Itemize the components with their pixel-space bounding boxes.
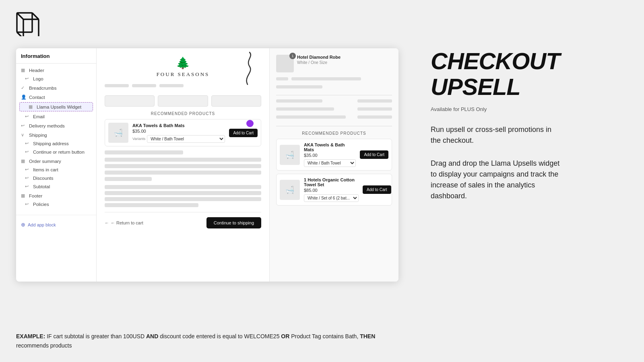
sidebar-title: Information [16,53,96,64]
sidebar-item-subtotal[interactable]: ↩ Subtotal [16,182,96,191]
widget-icon: ▦ [29,104,34,109]
check-icon: ✓ [21,85,27,90]
sidebar-item-header[interactable]: ▦ Header [16,66,96,74]
cart-item-details-1: Hotel Diamond Robe White / One Size [297,55,389,65]
drag-drop-text: Drag and drop the Llama Upsells widget t… [431,158,568,202]
email-icon: ↩ [25,114,31,119]
add-to-cart-button-right-1[interactable]: Add to Cart [360,150,388,159]
items-icon: ↩ [25,167,31,172]
user-icon: 👤 [21,95,27,100]
product-img-1: 🛁 [108,123,128,143]
product-card-1: 🛁 AKA Towels & Bath Mats $35.00 Variants… [105,119,261,146]
skeleton-row-2 [105,158,261,162]
chevron-down-icon: ∨ [21,132,27,138]
add-to-cart-button-1[interactable]: Add to Cart [229,129,258,137]
discounts-icon: ↩ [25,175,31,181]
company-logo [16,12,40,38]
sidebar-group-shipping: ∨ Shipping ↩ Shipping address ↩ Continue… [16,131,96,156]
form-field-1[interactable] [105,95,155,107]
cart-item-name-1: Hotel Diamond Robe [297,55,389,60]
logo-icon: ↩ [25,76,31,81]
sidebar-item-order-summary[interactable]: ▦ Order summary [16,157,96,165]
arrow-left-icon: ← [105,220,109,225]
recommended-title-right: RECOMMENDED PRODUCTS [276,131,392,136]
sidebar-item-footer[interactable]: ▦ Footer [16,191,96,200]
summary-val-2 [357,107,392,111]
cart-item-badge-1: 1 [289,53,296,59]
variant-select-1[interactable]: White / Bath Towel [147,135,225,143]
form-row-1 [105,95,261,107]
breadcrumb-skeleton-1 [105,84,129,87]
breadcrumb-skeleton-2 [132,84,156,87]
product-card-right-1: 🛁 AKA Towels & Bath Mats $35.00 White / … [276,139,392,171]
product-info-1: AKA Towels & Bath Mats $35.00 Variants W… [132,123,225,143]
skeleton-row-1 [105,150,183,154]
sidebar-group-header: ▦ Header ↩ Logo [16,66,96,83]
product-card-right-2: 🛁 1 Hotels Organic Cotton Towel Set $85.… [276,174,392,206]
cart-item-variant-1: White / One Size [297,60,389,65]
example-label: EXAMPLE: [16,333,45,339]
continue-to-shipping-button[interactable]: Continue to shipping [206,217,261,228]
example-text-1: IF cart subtotal is greater than 100USD [47,333,146,339]
sidebar-group-order: ▦ Order summary ↩ Items in cart ↩ Discou… [16,157,96,191]
checkout-upsell-title: CHECKOUT UPSELL [431,48,612,100]
product-img-right-2: 🛁 [280,180,300,200]
add-app-block-button[interactable]: ⊕ Add app block [16,218,96,231]
variant-select-right-1[interactable]: White / Bath Towel [304,159,356,167]
skeleton-row-7 [105,191,261,195]
skeleton-row-9 [105,203,198,207]
summary-val-3 [357,115,392,119]
sidebar-item-logo[interactable]: ↩ Logo [16,74,96,83]
sidebar-item-discounts[interactable]: ↩ Discounts [16,174,96,182]
cart-item-row-1: 1 Hotel Diamond Robe White / One Size [276,55,392,72]
sidebar-item-shipping-address[interactable]: ↩ Shipping address [16,139,96,148]
cart-skeleton-area [276,77,392,91]
svg-rect-1 [23,19,39,36]
add-to-cart-button-right-2[interactable]: Add to Cart [363,185,391,194]
info-panel: CHECKOUT UPSELL Available for PLUS Only … [415,8,628,218]
product-variant-row-1: Variants White / Bath Towel [132,135,225,143]
product-name-1: AKA Towels & Bath Mats [132,123,225,128]
then-operator: THEN [360,333,375,339]
grid-icon: ▦ [21,68,27,73]
skeleton-row-6 [105,185,261,189]
form-field-2[interactable] [158,95,208,107]
return-to-cart-link[interactable]: ← ← Return to cart [105,220,143,225]
description-text: Run upsell or cross-sell promotions in t… [431,124,559,146]
product-price-right-1: $35.00 [304,153,356,158]
product-info-right-2: 1 Hotels Organic Cotton Towel Set $85.00… [304,177,359,202]
continue-icon: ↩ [25,149,31,154]
sidebar-item-shipping[interactable]: ∨ Shipping [16,131,96,139]
summary-val-1 [357,99,392,103]
sidebar-item-email[interactable]: ↩ Email [16,112,96,121]
and-operator: AND [146,333,158,339]
plus-badge: Available for PLUS Only [431,106,612,112]
squiggle-decoration [225,48,258,90]
or-operator: OR [281,333,289,339]
sidebar-item-contact[interactable]: 👤 Contact [16,93,96,101]
summary-label-1 [276,99,322,103]
checkout-bottom-buttons: ← ← Return to cart Continue to shipping [105,212,261,228]
purple-dot-indicator-1 [246,120,254,127]
sidebar-item-continue-return[interactable]: ↩ Continue or return button [16,148,96,156]
footer-icon: ▦ [21,193,27,198]
summary-label-2 [276,107,334,111]
product-name-right-2: 1 Hotels Organic Cotton Towel Set [304,177,359,187]
skeleton-row-4 [105,171,261,175]
subtotal-icon: ↩ [25,184,31,189]
sidebar-item-policies[interactable]: ↩ Policies [16,200,96,208]
cart-summary-skeletons [276,99,392,121]
form-field-3[interactable] [211,95,261,107]
product-info-right-1: AKA Towels & Bath Mats $35.00 White / Ba… [304,142,356,167]
sidebar-item-llama-widget[interactable]: ▦ Llama Upsells Widget [19,102,93,111]
sidebar-item-items-cart[interactable]: ↩ Items in cart [16,165,96,174]
breadcrumb-skeleton-3 [159,84,184,87]
sidebar-group-contact: 👤 Contact ▦ Llama Upsells Widget ↩ Email [16,93,96,121]
variant-select-right-2[interactable]: White / Set of 6 (2 bat... [304,194,359,202]
cart-sku-2 [276,85,322,88]
order-icon: ▦ [21,158,27,164]
example-text-2: discount code entered is equal to WELCOM… [160,333,281,339]
summary-label-3 [276,115,346,119]
sidebar-item-delivery[interactable]: ↩ Delivery methods [16,121,96,130]
sidebar-item-breadcrumbs[interactable]: ✓ Breadcrumbs [16,84,96,92]
